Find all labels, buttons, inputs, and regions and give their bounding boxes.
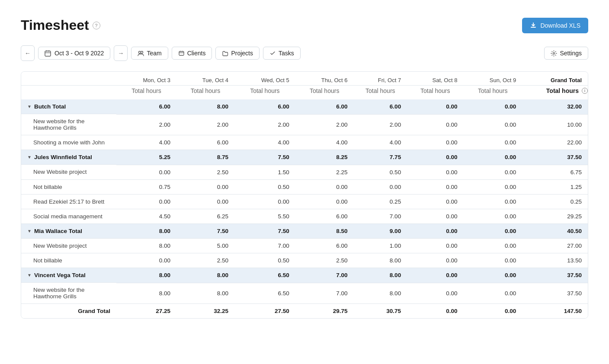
svg-rect-1	[45, 51, 51, 56]
group-total-cell: 7.50	[234, 224, 295, 239]
row-name-cell: New website for the Hawthorne Grills	[21, 283, 116, 304]
row-value-cell: 2.00	[116, 114, 176, 135]
group-total-cell: 0.00	[463, 99, 522, 114]
row-value-cell: 0.00	[407, 253, 463, 268]
col-grand-header: Grand Total	[522, 72, 588, 86]
row-value-cell: 0.00	[463, 239, 522, 253]
row-value-cell: 2.50	[295, 253, 354, 268]
row-value-cell: 0.00	[463, 179, 522, 194]
page: Timesheet ? Download XLS ← Oct 3 - Oct 9…	[0, 0, 609, 364]
row-value-cell: 22.00	[522, 135, 588, 150]
grand-total-cell: 0.00	[463, 304, 522, 319]
col-name-sub	[21, 86, 116, 100]
group-total-cell: 6.00	[234, 99, 295, 114]
prev-week-button[interactable]: ←	[21, 45, 35, 61]
row-value-cell: 4.50	[116, 209, 176, 224]
col-fri-header: Fri, Oct 7	[353, 72, 407, 86]
row-value-cell: 7.00	[295, 283, 354, 304]
group-total-cell: 8.00	[116, 268, 176, 283]
download-xls-button[interactable]: Download XLS	[522, 18, 588, 33]
col-sun-header: Sun, Oct 9	[463, 72, 522, 86]
timesheet-table-container: Mon, Oct 3 Tue, Oct 4 Wed, Oct 5 Thu, Oc…	[21, 71, 588, 319]
row-value-cell: 1.25	[522, 179, 588, 194]
help-icon[interactable]: ?	[93, 22, 100, 29]
svg-point-2	[139, 51, 141, 53]
row-value-cell: 0.00	[176, 179, 234, 194]
row-value-cell: 0.00	[116, 194, 176, 209]
table-row: Not billable0.002.500.502.508.000.000.00…	[21, 253, 588, 268]
projects-icon	[222, 50, 228, 57]
col-thu-sub: Total hours	[295, 86, 354, 100]
group-total-cell: 8.75	[176, 150, 234, 165]
row-value-cell: 0.00	[295, 194, 354, 209]
row-value-cell: 8.00	[116, 239, 176, 253]
collapse-icon[interactable]: ▼	[27, 273, 32, 278]
download-icon	[530, 22, 537, 29]
col-sat-sub: Total hours	[407, 86, 463, 100]
col-mon-sub: Total hours	[116, 86, 176, 100]
grand-total-label: Grand Total	[21, 304, 116, 319]
group-name: Vincent Vega Total	[34, 272, 86, 278]
table-row: New Website project0.002.501.502.250.500…	[21, 165, 588, 179]
projects-filter-button[interactable]: Projects	[215, 47, 260, 60]
group-total-cell: 0.00	[407, 99, 463, 114]
col-sun-sub: Total hours	[463, 86, 522, 100]
group-total-row: ▼ Mia Wallace Total8.007.507.508.509.000…	[21, 224, 588, 239]
date-range-button[interactable]: Oct 3 - Oct 9 2022	[38, 47, 110, 60]
group-total-cell: 8.00	[353, 268, 407, 283]
row-value-cell: 0.00	[463, 253, 522, 268]
next-week-button[interactable]: →	[114, 45, 128, 61]
row-value-cell: 2.00	[295, 114, 354, 135]
tasks-filter-label: Tasks	[279, 50, 294, 57]
row-value-cell: 8.00	[353, 253, 407, 268]
tasks-icon	[269, 50, 276, 57]
grand-total-cell: 32.25	[176, 304, 234, 319]
row-value-cell: 0.00	[116, 253, 176, 268]
row-value-cell: 8.00	[353, 283, 407, 304]
row-value-cell: 0.00	[463, 165, 522, 179]
row-name-cell: Shooting a movie with John	[21, 135, 116, 150]
group-total-cell: 6.00	[295, 99, 354, 114]
row-value-cell: 0.00	[353, 179, 407, 194]
group-total-cell: 8.50	[295, 224, 354, 239]
team-filter-button[interactable]: Team	[131, 47, 168, 60]
total-hours-info-icon[interactable]: i	[582, 88, 588, 94]
tasks-filter-button[interactable]: Tasks	[263, 47, 301, 60]
settings-button[interactable]: Settings	[544, 47, 588, 60]
grand-total-cell: 0.00	[407, 304, 463, 319]
row-value-cell: 1.50	[234, 165, 295, 179]
row-name-cell: New Website project	[21, 239, 116, 253]
clients-filter-button[interactable]: Clients	[172, 47, 212, 60]
row-value-cell: 0.00	[234, 194, 295, 209]
group-total-cell: 9.00	[353, 224, 407, 239]
row-value-cell: 0.00	[116, 165, 176, 179]
row-value-cell: 0.00	[463, 114, 522, 135]
row-value-cell: 5.00	[176, 239, 234, 253]
row-value-cell: 0.00	[407, 239, 463, 253]
row-value-cell: 8.00	[116, 283, 176, 304]
row-value-cell: 0.00	[407, 209, 463, 224]
group-total-cell: 37.50	[522, 150, 588, 165]
col-wed-sub: Total hours	[234, 86, 295, 100]
grand-total-cell: 147.50	[522, 304, 588, 319]
row-name-cell: Not billable	[21, 253, 116, 268]
team-filter-label: Team	[147, 50, 161, 57]
group-total-cell: 6.50	[234, 268, 295, 283]
group-total-cell: 32.00	[522, 99, 588, 114]
collapse-icon[interactable]: ▼	[27, 104, 32, 109]
header-row: Timesheet ? Download XLS	[21, 17, 588, 33]
collapse-icon[interactable]: ▼	[27, 155, 32, 160]
row-value-cell: 6.00	[176, 135, 234, 150]
col-fri-sub: Total hours	[353, 86, 407, 100]
collapse-icon[interactable]: ▼	[27, 229, 32, 233]
group-total-row: ▼ Butch Total6.008.006.006.006.000.000.0…	[21, 99, 588, 114]
group-name: Mia Wallace Total	[34, 228, 82, 234]
table-row: Social media management4.506.255.506.007…	[21, 209, 588, 224]
row-value-cell: 0.00	[407, 194, 463, 209]
group-total-cell: 0.00	[407, 150, 463, 165]
table-row: Not billable0.750.000.500.000.000.000.00…	[21, 179, 588, 194]
row-value-cell: 2.00	[353, 114, 407, 135]
row-value-cell: 7.00	[353, 209, 407, 224]
table-row: New website for the Hawthorne Grills2.00…	[21, 114, 588, 135]
row-value-cell: 0.00	[463, 194, 522, 209]
